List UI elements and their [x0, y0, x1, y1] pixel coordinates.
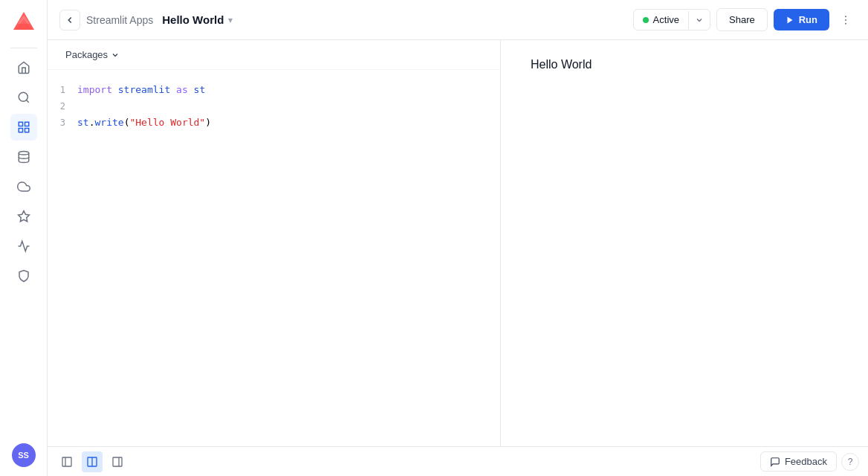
- line-number-3: 3: [48, 115, 77, 131]
- svg-marker-7: [18, 211, 29, 222]
- svg-rect-2: [19, 122, 22, 126]
- svg-rect-16: [113, 457, 122, 466]
- line-content-1: import streamlit as st: [77, 82, 500, 98]
- sidebar-item-security[interactable]: [10, 263, 37, 289]
- svg-point-11: [845, 22, 846, 24]
- sidebar-item-database[interactable]: [10, 144, 37, 170]
- breadcrumb-parent: Streamlit Apps: [86, 14, 153, 26]
- run-button[interactable]: Run: [774, 9, 829, 30]
- code-editor[interactable]: 1 import streamlit as st 2 3 st.write("H…: [48, 70, 500, 446]
- code-panel: Packages 1 import streamlit as st 2 3: [48, 40, 501, 446]
- feedback-label: Feedback: [785, 456, 827, 467]
- svg-point-9: [845, 16, 846, 17]
- run-label: Run: [799, 14, 817, 25]
- code-line-3: 3 st.write("Hello World"): [48, 115, 500, 131]
- sidebar-item-home[interactable]: [10, 54, 37, 81]
- share-button[interactable]: Share: [716, 8, 768, 31]
- streamlit-logo[interactable]: [10, 9, 37, 36]
- main-area: Streamlit Apps Hello World ▾ Active Shar…: [48, 0, 868, 476]
- line-content-2: [77, 98, 500, 115]
- code-line-1: 1 import streamlit as st: [48, 82, 500, 98]
- more-options-button[interactable]: [835, 10, 856, 30]
- sidebar-item-analytics[interactable]: [10, 233, 37, 260]
- svg-point-6: [19, 152, 29, 155]
- svg-marker-8: [787, 16, 792, 23]
- svg-point-0: [19, 92, 27, 101]
- preview-panel: Hello World: [501, 40, 868, 446]
- sidebar-item-cloud[interactable]: [10, 173, 37, 200]
- svg-rect-5: [25, 129, 28, 132]
- avatar[interactable]: SS: [12, 443, 36, 467]
- status-left: Active: [634, 10, 688, 30]
- line-number-2: 2: [48, 98, 77, 115]
- sidebar-item-apps[interactable]: [10, 114, 37, 141]
- svg-rect-12: [62, 457, 71, 466]
- topbar: Streamlit Apps Hello World ▾ Active Shar…: [48, 0, 868, 40]
- packages-label: Packages: [65, 49, 108, 60]
- feedback-button[interactable]: Feedback: [760, 451, 837, 472]
- status-pill: Active: [633, 9, 710, 30]
- layout-split-button[interactable]: [82, 451, 103, 472]
- code-line-2: 2: [48, 98, 500, 115]
- back-button[interactable]: [59, 10, 80, 30]
- sidebar: SS: [0, 0, 48, 476]
- svg-rect-3: [25, 122, 28, 126]
- sidebar-item-sparkle[interactable]: [10, 203, 37, 230]
- status-dropdown-button[interactable]: [688, 11, 710, 29]
- status-label: Active: [653, 14, 679, 25]
- svg-point-10: [845, 19, 846, 21]
- packages-button[interactable]: Packages: [59, 46, 126, 63]
- preview-output: Hello World: [531, 58, 592, 71]
- breadcrumb-title: Hello World: [162, 13, 224, 26]
- sidebar-item-search[interactable]: [10, 84, 37, 111]
- layout-right-button[interactable]: [107, 451, 128, 472]
- layout-left-button[interactable]: [56, 451, 77, 472]
- editor-area: Packages 1 import streamlit as st 2 3: [48, 40, 868, 446]
- svg-line-1: [26, 100, 28, 102]
- svg-rect-4: [19, 129, 22, 132]
- breadcrumb: Streamlit Apps Hello World ▾: [86, 13, 233, 26]
- sidebar-divider-top: [10, 48, 37, 48]
- line-number-1: 1: [48, 82, 77, 98]
- status-indicator: [643, 17, 649, 23]
- sidebar-bottom: SS: [12, 443, 36, 467]
- bottom-bar: Feedback ?: [48, 446, 868, 476]
- line-content-3: st.write("Hello World"): [77, 115, 500, 131]
- help-button[interactable]: ?: [841, 453, 859, 471]
- title-dropdown-icon[interactable]: ▾: [228, 15, 233, 25]
- code-toolbar: Packages: [48, 40, 500, 70]
